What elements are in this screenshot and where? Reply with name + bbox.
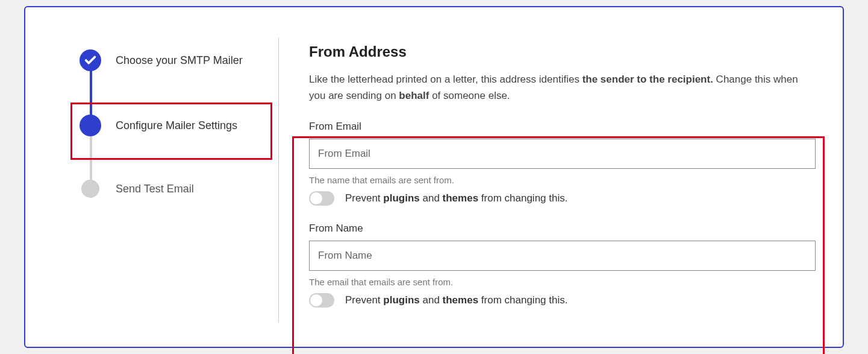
- wizard-steps: Choose your SMTP Mailer Configure Mailer…: [80, 49, 278, 198]
- step-configure-settings[interactable]: Configure Mailer Settings: [80, 115, 278, 136]
- from-email-help: The name that emails are sent from.: [309, 175, 816, 185]
- step-complete-icon: [80, 49, 101, 71]
- from-name-force-toggle[interactable]: [309, 293, 334, 308]
- from-email-toggle-label: Prevent plugins and themes from changing…: [345, 192, 567, 204]
- from-name-label: From Name: [309, 223, 816, 235]
- step-current-icon: [80, 115, 101, 136]
- from-name-toggle-label: Prevent plugins and themes from changing…: [345, 294, 567, 306]
- from-name-input[interactable]: [309, 241, 816, 271]
- wizard-content: From Address Like the letterhead printed…: [279, 25, 825, 335]
- from-email-label: From Email: [309, 121, 816, 133]
- from-email-group: From Email The name that emails are sent…: [309, 121, 816, 206]
- from-name-help: The email that emails are sent from.: [309, 277, 816, 287]
- from-email-toggle-row: Prevent plugins and themes from changing…: [309, 191, 816, 206]
- step-pending-icon: [81, 180, 99, 198]
- check-icon: [84, 54, 97, 67]
- from-email-force-toggle[interactable]: [309, 191, 334, 206]
- step-label: Send Test Email: [116, 183, 194, 195]
- step-label: Configure Mailer Settings: [116, 119, 237, 132]
- toggle-knob: [310, 192, 322, 204]
- step-label: Choose your SMTP Mailer: [116, 54, 243, 67]
- section-title: From Address: [309, 43, 816, 60]
- wizard-panel: Choose your SMTP Mailer Configure Mailer…: [24, 6, 844, 348]
- from-email-input[interactable]: [309, 139, 816, 169]
- section-description: Like the letterhead printed on a letter,…: [309, 71, 816, 104]
- from-name-group: From Name The email that emails are sent…: [309, 223, 816, 308]
- toggle-knob: [310, 294, 322, 306]
- from-name-toggle-row: Prevent plugins and themes from changing…: [309, 293, 816, 308]
- step-choose-mailer[interactable]: Choose your SMTP Mailer: [80, 49, 278, 71]
- step-send-test[interactable]: Send Test Email: [80, 180, 278, 198]
- wizard-sidebar: Choose your SMTP Mailer Configure Mailer…: [43, 25, 278, 335]
